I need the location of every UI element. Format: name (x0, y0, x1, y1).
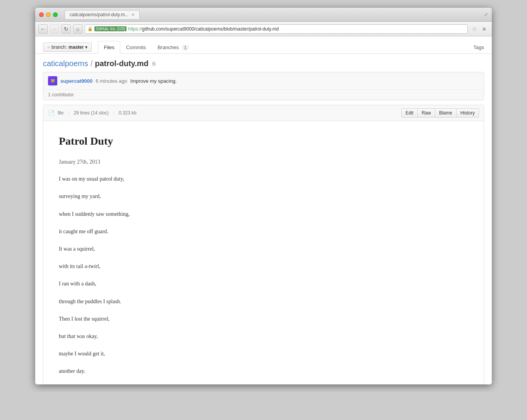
edit-button[interactable]: Edit (401, 108, 418, 118)
commit-time: 6 minutes ago (96, 78, 127, 84)
poem-stanza-9: Then I lost the squirrel, (59, 314, 468, 324)
bookmark-icon[interactable]: ☆ (472, 25, 477, 32)
poem-stanza-11: maybe I would get it, (59, 349, 468, 359)
poem-line-1: I was on my usual patrol duty, (59, 174, 468, 184)
github-nav: ⑂ branch: master ▾ Files Commits Branche… (35, 36, 492, 54)
poem-content: Patrol Duty January 27th, 2013 I was on … (43, 121, 484, 384)
poem-line-9: Then I lost the squirrel, (59, 314, 468, 324)
contributor-label-text: contributor (52, 92, 74, 97)
breadcrumb-area: caticalpoems / patrol-duty.md ⎘ (35, 54, 492, 72)
poem-stanza-6: with its tail a-twirl, (59, 261, 468, 271)
file-size: 0.323 kb (119, 110, 137, 116)
poem-line-12: another day. (59, 366, 468, 376)
poem-line-6: with its tail a-twirl, (59, 261, 468, 271)
poem-stanza-5: It was a squirrel, (59, 244, 468, 254)
raw-button[interactable]: Raw (417, 108, 435, 118)
contributor-count: 1 (48, 92, 51, 97)
contributor-bar: 1 contributor (43, 90, 484, 100)
url-https: https:// (128, 26, 142, 32)
close-button[interactable] (39, 12, 44, 17)
url-path: github.com/supercat9000/caticalpoems/blo… (142, 26, 279, 32)
poem-line-5: It was a squirrel, (59, 244, 468, 254)
tab-files[interactable]: Files (98, 41, 120, 54)
branch-dropdown-icon: ▾ (85, 44, 87, 50)
poem-stanza-7: I ran with a dash, (59, 279, 468, 289)
poem-stanza-8: through the puddles I splash. (59, 297, 468, 306)
meta-separator-2: | (113, 110, 114, 116)
commit-info: 🐱 supercat9000 6 minutes ago Improve my … (43, 72, 484, 100)
browser-tab[interactable]: caticalpoems/patrol-duty.m... ✕ (65, 10, 140, 19)
file-header: 📄 file | 29 lines (14 sloc) | 0.323 kb E… (43, 105, 484, 121)
file-lines: 29 lines (14 sloc) (74, 110, 109, 116)
commit-message: Improve my spacing. (130, 78, 177, 84)
browser-toolbar: ← → ↻ ⌂ 🔒 GitHub, Inc. [US] https://gith… (35, 22, 492, 36)
home-button[interactable]: ⌂ (73, 24, 82, 34)
branch-prefix: branch: (51, 44, 67, 50)
copy-icon[interactable]: ⎘ (152, 61, 156, 67)
tags-link[interactable]: Tags (474, 41, 484, 53)
breadcrumb-separator: / (91, 59, 93, 68)
poem-line-4: it caught me off guard. (59, 227, 468, 236)
url-text: https://github.com/supercat9000/caticalp… (128, 26, 279, 32)
url-badge: GitHub, Inc. [US] (94, 26, 127, 31)
poem-line-3: when I suddenly saw something, (59, 209, 468, 219)
poem-date: January 27th, 2013 (59, 158, 468, 166)
poem-stanza-3: when I suddenly saw something, (59, 209, 468, 219)
branches-label: Branches (157, 44, 179, 50)
commit-author[interactable]: supercat9000 (60, 78, 92, 84)
forward-button[interactable]: → (50, 24, 59, 34)
menu-icon[interactable]: ≡ (479, 24, 489, 34)
tab-close-icon[interactable]: ✕ (131, 12, 135, 17)
refresh-button[interactable]: ↻ (62, 24, 71, 34)
nav-tabs: Files Commits Branches 1 (98, 41, 194, 53)
poem-title: Patrol Duty (59, 133, 468, 150)
branch-icon: ⑂ (47, 45, 50, 50)
file-name: patrol-duty.md (95, 59, 149, 68)
branch-name: master (68, 44, 84, 50)
poem-stanza-2: surveying my yard, (59, 191, 468, 201)
page-content: ⑂ branch: master ▾ Files Commits Branche… (35, 36, 492, 384)
poem-line-11: maybe I would get it, (59, 349, 468, 359)
expand-icon[interactable]: ⤢ (484, 12, 488, 17)
poem-stanza-4: it caught me off guard. (59, 227, 468, 236)
browser-window: caticalpoems/patrol-duty.m... ✕ ⤢ ← → ↻ … (35, 8, 492, 384)
file-view: 📄 file | 29 lines (14 sloc) | 0.323 kb E… (43, 105, 484, 384)
poem-line-10: but that was okay, (59, 331, 468, 341)
meta-separator-1: | (68, 110, 69, 116)
poem-stanza-1: I was on my usual patrol duty, (59, 174, 468, 184)
tab-title: caticalpoems/patrol-duty.m... (70, 12, 129, 17)
back-button[interactable]: ← (38, 24, 48, 34)
commit-header: 🐱 supercat9000 6 minutes ago Improve my … (43, 72, 484, 90)
avatar: 🐱 (48, 76, 57, 85)
secure-icon: 🔒 (87, 26, 93, 31)
maximize-button[interactable] (53, 12, 58, 17)
branch-selector[interactable]: ⑂ branch: master ▾ (43, 43, 92, 52)
blame-button[interactable]: Blame (435, 108, 457, 118)
file-meta: file | 29 lines (14 sloc) | 0.323 kb (58, 110, 398, 116)
poem-line-2: surveying my yard, (59, 191, 468, 201)
avatar-image: 🐱 (48, 76, 57, 85)
breadcrumb: caticalpoems / patrol-duty.md ⎘ (43, 59, 484, 68)
poem-stanza-12: another day. (59, 366, 468, 376)
repo-link[interactable]: caticalpoems (43, 59, 88, 68)
file-label: file (58, 110, 63, 116)
branches-badge: 1 (182, 45, 189, 50)
poem-stanza-10: but that was okay, (59, 331, 468, 341)
poem-line-8: through the puddles I splash. (59, 297, 468, 306)
file-icon: 📄 (48, 110, 55, 116)
file-actions: Edit Raw Blame History (401, 108, 479, 118)
tab-branches[interactable]: Branches 1 (152, 41, 195, 53)
history-button[interactable]: History (456, 108, 479, 118)
browser-buttons (39, 12, 58, 17)
minimize-button[interactable] (46, 12, 51, 17)
browser-content: ⑂ branch: master ▾ Files Commits Branche… (35, 36, 492, 384)
browser-titlebar: caticalpoems/patrol-duty.m... ✕ ⤢ (35, 8, 492, 22)
poem-line-7: I ran with a dash, (59, 279, 468, 289)
address-bar[interactable]: 🔒 GitHub, Inc. [US] https://github.com/s… (85, 24, 468, 34)
tab-commits[interactable]: Commits (120, 41, 152, 53)
